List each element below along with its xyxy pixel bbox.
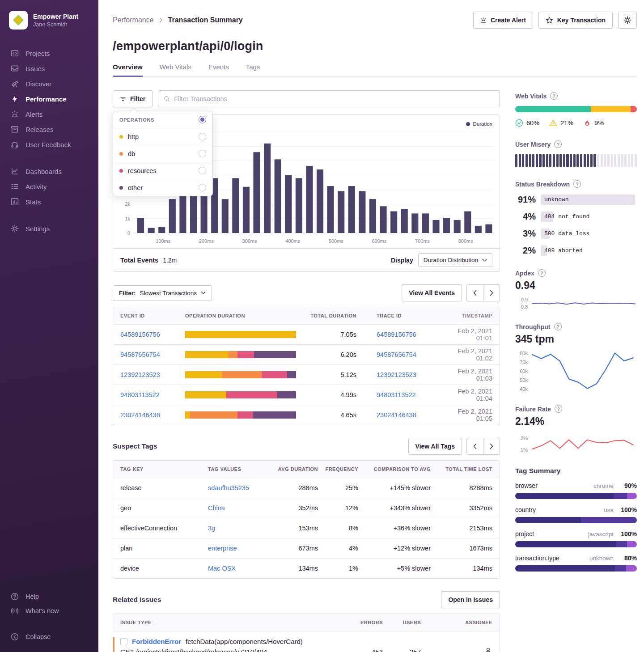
event-id-link[interactable]: 23024146438 xyxy=(120,411,185,419)
comparison: +5% slower xyxy=(358,565,431,572)
events-pager xyxy=(466,284,500,301)
svg-text:400ms: 400ms xyxy=(285,238,301,244)
related-issues-table: Issue Type Errors Users Assignee Forbidd… xyxy=(113,614,500,652)
operation-item-http[interactable]: http xyxy=(113,128,212,145)
create-alert-button[interactable]: Create Alert xyxy=(473,12,533,29)
org-switcher[interactable]: Empower Plant Jane Schmidt xyxy=(0,7,98,34)
http-radio[interactable] xyxy=(199,133,206,140)
total-events-label: Total Events xyxy=(120,257,158,264)
operations-dropdown-header[interactable]: OPERATIONS xyxy=(113,111,212,128)
help-circle-icon[interactable]: ? xyxy=(550,92,558,100)
tag-key: effectiveConnection xyxy=(120,525,208,532)
tab-overview[interactable]: Overview xyxy=(113,63,143,77)
chevron-right-icon xyxy=(158,17,164,23)
assignee-icon[interactable] xyxy=(484,647,492,652)
sidebar-item-help[interactable]: Help xyxy=(0,589,98,604)
events-prev-button[interactable] xyxy=(466,284,483,301)
sidebar-item-alerts[interactable]: Alerts xyxy=(0,106,98,122)
failure-rate-value: 2.14% xyxy=(515,415,637,428)
trace-id-link[interactable]: 12392123523 xyxy=(377,371,453,378)
view-all-tags-button[interactable]: View All Tags xyxy=(408,438,462,455)
tags-next-button[interactable] xyxy=(483,438,500,455)
display-select[interactable]: Duration Distribution xyxy=(418,253,492,267)
issue-type-link[interactable]: ForbiddenError xyxy=(132,638,181,645)
other-radio[interactable] xyxy=(199,184,206,191)
sidebar-item-user-feedback[interactable]: User Feedback xyxy=(0,137,98,152)
sidebar-item-dashboards[interactable]: Dashboards xyxy=(0,164,98,179)
chevron-down-icon xyxy=(482,258,487,262)
tab-web-vitals[interactable]: Web Vitals xyxy=(160,63,191,76)
breadcrumb-performance[interactable]: Performance xyxy=(113,16,154,24)
failure-rate-chart xyxy=(530,435,635,453)
issue-checkbox[interactable] xyxy=(120,638,127,645)
operations-radio-selected[interactable] xyxy=(199,116,206,123)
tag-value-link[interactable]: sdaufhu35235 xyxy=(208,484,257,491)
trace-id-link[interactable]: 23024146438 xyxy=(377,411,453,419)
help-circle-icon[interactable]: ? xyxy=(554,323,562,330)
help-circle-icon[interactable]: ? xyxy=(554,140,562,148)
help-circle-icon[interactable]: ? xyxy=(555,405,562,413)
sidebar-item-label: Projects xyxy=(25,50,50,57)
sidebar-item-projects[interactable]: Projects xyxy=(0,46,98,61)
events-next-button[interactable] xyxy=(483,284,500,301)
help-circle-icon[interactable]: ? xyxy=(573,180,581,188)
event-id-link[interactable]: 94587656754 xyxy=(120,351,185,358)
tags-prev-button[interactable] xyxy=(466,438,483,455)
user-name: Jane Schmidt xyxy=(33,21,78,28)
user-misery-bar xyxy=(515,154,637,167)
avg-duration: 288ms xyxy=(257,484,318,491)
operation-item-resources[interactable]: resources xyxy=(113,162,212,179)
status-pct: 3% xyxy=(515,229,536,239)
sidebar-item-collapse[interactable]: Collapse xyxy=(0,630,98,644)
event-id-link[interactable]: 12392123523 xyxy=(120,371,185,378)
trace-id-link[interactable]: 94803113522 xyxy=(377,391,453,398)
filter-button[interactable]: Filter xyxy=(113,90,153,107)
open-in-issues-button[interactable]: Open in Issues xyxy=(441,591,500,608)
tag-value-link[interactable]: enterprise xyxy=(208,545,257,552)
help-circle-icon[interactable]: ? xyxy=(538,269,546,277)
tab-tags[interactable]: Tags xyxy=(246,63,260,76)
sidebar-item-whats-new[interactable]: What's new xyxy=(0,604,98,618)
tag-summary-value: usa xyxy=(604,507,614,513)
sidebar-item-stats[interactable]: Stats xyxy=(0,194,98,209)
tag-value-link[interactable]: Mac OSX xyxy=(208,565,257,572)
timestamp: Feb 2, 2021 01:03 xyxy=(453,368,492,382)
total-duration: 5.12s xyxy=(305,371,356,378)
suspect-tag-row: release sdaufhu35235 288ms 25% +145% slo… xyxy=(113,478,500,498)
resources-radio[interactable] xyxy=(199,167,206,174)
operation-duration-bar xyxy=(185,351,296,358)
sidebar-item-activity[interactable]: Activity xyxy=(0,179,98,194)
issue-row[interactable]: ForbiddenError fetchData(app/components/… xyxy=(113,631,500,652)
tab-events[interactable]: Events xyxy=(208,63,229,76)
trace-id-link[interactable]: 94587656754 xyxy=(377,351,453,358)
view-all-events-button[interactable]: View All Events xyxy=(402,284,462,301)
key-transaction-button[interactable]: Key Transaction xyxy=(538,12,613,29)
tag-summary-pct: 90% xyxy=(614,482,637,489)
svg-text:600ms: 600ms xyxy=(372,238,387,244)
operation-item-other[interactable]: other xyxy=(113,179,212,196)
events-filter-select[interactable]: Filter: Slowest Transactions xyxy=(113,285,212,301)
sidebar-item-issues[interactable]: Issues xyxy=(0,61,98,76)
apdex-value: 0.94 xyxy=(515,279,637,292)
tag-key: geo xyxy=(120,504,208,512)
svg-text:100ms: 100ms xyxy=(156,238,171,244)
event-id-link[interactable]: 64589156756 xyxy=(120,331,185,338)
status-label: 409 aborted xyxy=(541,247,583,254)
web-vitals-bar xyxy=(515,106,637,112)
event-id-link[interactable]: 94803113522 xyxy=(120,391,185,398)
operation-item-db[interactable]: db xyxy=(113,145,212,162)
tag-value-link[interactable]: 3g xyxy=(208,525,257,532)
db-radio[interactable] xyxy=(199,150,206,157)
timestamp: Feb 2, 2021 01:01 xyxy=(453,327,492,342)
search-input[interactable] xyxy=(174,95,494,102)
sidebar-item-settings[interactable]: Settings xyxy=(0,221,98,236)
tag-value-link[interactable]: China xyxy=(208,504,257,512)
sidebar-item-releases[interactable]: Releases xyxy=(0,122,98,137)
operation-label: http xyxy=(128,133,139,140)
issue-users: 257 xyxy=(383,648,421,652)
sidebar-item-discover[interactable]: Discover xyxy=(0,76,98,91)
sidebar-item-performance[interactable]: Performance xyxy=(0,91,98,106)
trace-id-link[interactable]: 64589156756 xyxy=(377,331,453,338)
settings-button[interactable] xyxy=(618,12,637,29)
svg-text:0: 0 xyxy=(127,230,130,236)
